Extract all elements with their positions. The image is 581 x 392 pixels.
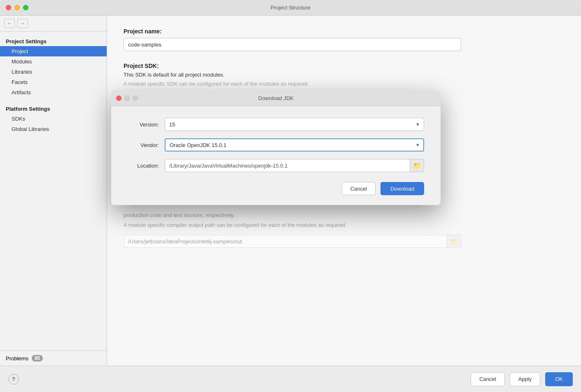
problems-section: Problems 85 xyxy=(0,350,107,366)
bottom-actions: Cancel Apply OK xyxy=(471,372,573,386)
sidebar-item-modules[interactable]: Modules xyxy=(0,56,107,67)
sidebar-nav: ← → xyxy=(0,16,107,32)
location-input[interactable] xyxy=(165,159,410,172)
problems-badge: 85 xyxy=(32,355,43,362)
output-path-row: 📁 xyxy=(124,235,461,248)
version-row: Version: 15 14 13 11 8 ▼ xyxy=(128,118,424,131)
version-label: Version: xyxy=(128,121,165,128)
sidebar-item-artifacts[interactable]: Artifacts xyxy=(0,87,107,98)
project-settings-header: Project Settings xyxy=(0,36,107,46)
version-select[interactable]: 15 14 13 11 8 xyxy=(165,118,424,131)
location-label: Location: xyxy=(128,163,165,169)
back-button[interactable]: ← xyxy=(4,19,15,28)
minimize-button[interactable] xyxy=(14,5,20,10)
dialog-traffic-lights xyxy=(116,96,138,101)
output-browse-button[interactable]: 📁 xyxy=(447,235,461,248)
maximize-button[interactable] xyxy=(23,5,28,10)
project-sdk-desc1: This SDK is default for all project modu… xyxy=(124,71,461,79)
title-bar: Project Structure xyxy=(0,0,581,16)
ok-button[interactable]: OK xyxy=(545,372,573,386)
dialog-maximize-button[interactable] xyxy=(133,96,138,101)
help-button[interactable]: ? xyxy=(8,374,19,385)
sidebar-item-global-libraries[interactable]: Global Libraries xyxy=(0,124,107,134)
cancel-button[interactable]: Cancel xyxy=(471,372,504,386)
vendor-select[interactable]: Oracle OpenJDK 15.0.1 AdoptOpenJDK 15 Am… xyxy=(165,138,424,152)
location-input-group: 📁 xyxy=(165,159,424,172)
dialog-actions: Cancel Download xyxy=(128,182,424,195)
window-title: Project Structure xyxy=(271,5,310,11)
dialog-title: Download JDK xyxy=(258,95,294,101)
download-jdk-dialog: Download JDK Version: 15 14 13 11 8 ▼ xyxy=(111,91,441,205)
close-button[interactable] xyxy=(6,5,11,10)
main-window: Project Structure ← → Project Settings P… xyxy=(0,0,581,392)
traffic-lights xyxy=(6,5,28,10)
platform-settings-header: Platform Settings xyxy=(0,103,107,114)
blurred-content: production code and test sources, respec… xyxy=(124,211,565,248)
sidebar-item-libraries[interactable]: Libraries xyxy=(0,67,107,77)
problems-label: Problems xyxy=(6,355,28,362)
location-row: Location: 📁 xyxy=(128,159,424,172)
sidebar-item-project[interactable]: Project xyxy=(0,46,107,56)
bottom-bar: ? Cancel Apply OK xyxy=(0,366,581,392)
dialog-cancel-button[interactable]: Cancel xyxy=(342,182,376,195)
project-sdk-label: Project SDK: xyxy=(124,63,565,69)
dialog-close-button[interactable] xyxy=(116,96,121,101)
dialog-download-button[interactable]: Download xyxy=(380,182,424,195)
output-path-input[interactable] xyxy=(124,235,447,248)
vendor-label: Vendor: xyxy=(128,142,165,148)
sidebar: ← → Project Settings Project Modules Lib… xyxy=(0,16,107,366)
project-name-input[interactable] xyxy=(124,38,461,51)
forward-button[interactable]: → xyxy=(17,19,28,28)
dialog-minimize-button[interactable] xyxy=(124,96,130,101)
project-sdk-desc2: A module specific SDK can be configured … xyxy=(124,80,461,88)
apply-button[interactable]: Apply xyxy=(510,372,541,386)
vendor-select-wrapper: Oracle OpenJDK 15.0.1 AdoptOpenJDK 15 Am… xyxy=(165,138,424,152)
dialog-title-bar: Download JDK xyxy=(111,91,441,106)
location-browse-button[interactable]: 📁 xyxy=(410,159,424,172)
sidebar-item-facets[interactable]: Facets xyxy=(0,77,107,87)
version-select-wrapper: 15 14 13 11 8 ▼ xyxy=(165,118,424,131)
dialog-body: Version: 15 14 13 11 8 ▼ Vendor: xyxy=(111,106,441,205)
sidebar-items: Project Settings Project Modules Librari… xyxy=(0,32,107,350)
sidebar-item-sdks[interactable]: SDKs xyxy=(0,114,107,124)
compiler-desc: production code and test sources, respec… xyxy=(124,211,461,219)
project-name-label: Project name: xyxy=(124,28,565,35)
vendor-row: Vendor: Oracle OpenJDK 15.0.1 AdoptOpenJ… xyxy=(128,138,424,152)
compiler-desc2: A module specific compiler output path c… xyxy=(124,221,461,229)
